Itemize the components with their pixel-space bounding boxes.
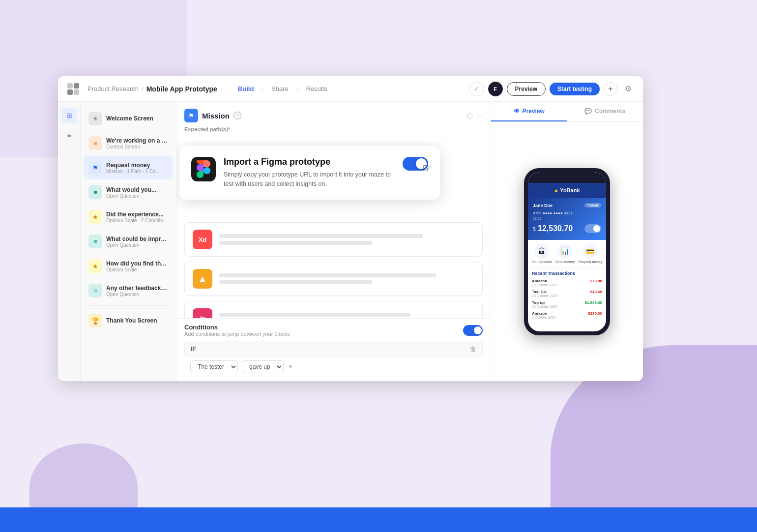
- step-request-icon: ⚑: [88, 161, 102, 175]
- txn-name: Amazon: [532, 279, 557, 283]
- step-working-text: We're working on a b... Context Screen: [106, 137, 168, 149]
- proto-card-xd[interactable]: Xd: [184, 222, 483, 257]
- step-what-icon: ≡: [88, 185, 102, 199]
- step-could-title: What could be impro...: [106, 236, 168, 242]
- bank-card-area: Jane Doe YoBank 8765 ●●●● ●●●● 4321 11/2…: [528, 198, 606, 240]
- step-welcome[interactable]: ☀ Welcome Screen: [84, 107, 173, 130]
- step-could-icon: ≡: [88, 235, 102, 248]
- step-how-did[interactable]: ★ How did you find the ... Opinion Scale: [84, 254, 173, 278]
- figma-icon-btn[interactable]: F: [488, 82, 503, 96]
- tester-select[interactable]: The tester: [190, 360, 238, 373]
- mission-area: ⚑ Mission ? ⬡ ··· Expected path(s)*: [176, 102, 491, 141]
- account-label: Your Account: [532, 260, 552, 264]
- cursor-icon: ☞: [422, 162, 432, 175]
- proto-line: [219, 273, 436, 277]
- invision2-icon: in: [193, 308, 212, 318]
- bank-card-number: 8765 ●●●● ●●●● 4321: [533, 211, 601, 215]
- txn-amount-positive: $1,999.00: [584, 300, 602, 305]
- step-how-icon: ★: [88, 259, 102, 273]
- breadcrumb: Product Research / Mobile App Prototype: [87, 85, 217, 93]
- bank-balance: $ 12,530.70: [533, 224, 573, 233]
- conditions-title-area: Conditions Add conditions to jump betwee…: [184, 324, 290, 337]
- phone-notch: [555, 175, 580, 180]
- step-request[interactable]: ⚑ Request money Mission · 1 Path · 1 Co.…: [84, 156, 173, 179]
- step-did-text: Did the experience... Opinion Scale · 2 …: [106, 211, 168, 223]
- step-thank-you[interactable]: 🏆 Thank You Screen: [84, 309, 173, 332]
- step-any-icon: ≡: [88, 284, 102, 297]
- gave-up-select[interactable]: gave up: [242, 360, 284, 373]
- step-welcome-icon: ☀: [88, 112, 102, 125]
- figma-modal-title: Import a Figma prototype: [224, 157, 395, 167]
- mission-share-icon[interactable]: ⬡: [467, 112, 473, 119]
- conditions-header: Conditions Add conditions to jump betwee…: [184, 324, 483, 337]
- phone-screen: ● YoBank Jane Doe YoBank 8765 ●●●● ●●●● …: [528, 172, 606, 331]
- txn-amount: $235.00: [588, 311, 602, 316]
- nav-build[interactable]: Build: [233, 83, 259, 94]
- figma-logo-box: [191, 157, 216, 181]
- mission-help-icon[interactable]: ?: [233, 112, 241, 119]
- step-what-subtitle: Open Question: [106, 193, 168, 199]
- proto-cards-area: Xd ▲: [184, 222, 483, 318]
- conditions-toggle[interactable]: [463, 325, 483, 336]
- step-working[interactable]: ≡ We're working on a b... Context Screen: [84, 131, 173, 155]
- step-welcome-title: Welcome Screen: [106, 115, 168, 122]
- main-panel: ⚑ Mission ? ⬡ ··· Expected path(s)*: [176, 102, 491, 381]
- nav-share[interactable]: Share: [266, 83, 293, 94]
- phone-area: ● YoBank Jane Doe YoBank 8765 ●●●● ●●●● …: [491, 122, 643, 381]
- trash-icon[interactable]: 🗑: [469, 345, 476, 353]
- step-could-subtitle: Open Question: [106, 242, 168, 248]
- bank-action-send[interactable]: 📊 Send money: [555, 244, 575, 264]
- txn-date: 3 October 2020: [532, 316, 555, 319]
- check-icon-btn[interactable]: ✓: [469, 82, 484, 96]
- step-did-icon: ★: [88, 210, 102, 224]
- step-could-text: What could be impro... Open Question: [106, 236, 168, 248]
- start-testing-button[interactable]: Start testing: [550, 83, 600, 95]
- condition-if-block: IF 🗑: [184, 341, 483, 357]
- settings-button[interactable]: ⚙: [621, 82, 635, 96]
- tab-preview[interactable]: 👁 Preview: [491, 102, 567, 121]
- svg-rect-3: [74, 89, 79, 95]
- expected-paths-label: Expected path(s)*: [184, 126, 483, 132]
- send-label: Send money: [555, 260, 575, 264]
- preview-button[interactable]: Preview: [507, 82, 546, 96]
- mission-title: Mission: [202, 112, 230, 120]
- steps-panel: ☀ Welcome Screen ≡ We're working on a b.…: [81, 102, 176, 381]
- step-what-title: What would you...: [106, 186, 168, 193]
- bank-actions: 🏛 Your Account 📊 Send money 💳 Request mo…: [528, 240, 606, 268]
- bank-action-account[interactable]: 🏛 Your Account: [532, 244, 552, 264]
- proto-invision2-lines: [219, 313, 474, 318]
- nav-results[interactable]: Results: [301, 83, 332, 94]
- txn-name: Amazon: [532, 311, 555, 316]
- sidebar-icon-other[interactable]: ≡: [61, 127, 77, 143]
- conditions-area: Conditions Add conditions to jump betwee…: [176, 318, 491, 381]
- request-label: Request money: [578, 260, 602, 264]
- mission-more-icon[interactable]: ···: [477, 112, 483, 119]
- bank-card-name-row: Jane Doe YoBank: [533, 203, 601, 208]
- proto-card-invision2[interactable]: in: [184, 301, 483, 318]
- proto-line: [219, 234, 423, 238]
- step-any-other[interactable]: ≡ Any other feedback y... Open Question: [84, 279, 173, 302]
- proto-xd-lines: [219, 234, 474, 245]
- step-working-icon: ≡: [88, 136, 102, 150]
- invision-icon: ▲: [193, 269, 212, 289]
- bank-card-holder: Jane Doe: [533, 203, 553, 208]
- chevron-down-icon[interactable]: ▼: [288, 363, 293, 370]
- step-what-could[interactable]: ≡ What could be impro... Open Question: [84, 230, 173, 253]
- txn-taxi: Taxi Co. 13 October 2020 $13.60: [532, 290, 602, 297]
- tab-comments[interactable]: 💬 Comments: [567, 102, 643, 121]
- step-did-experience[interactable]: ★ Did the experience... Opinion Scale · …: [84, 205, 173, 229]
- step-how-title: How did you find the ...: [106, 260, 168, 267]
- step-any-title: Any other feedback y...: [106, 285, 168, 292]
- top-nav: Build › Share › Results: [233, 83, 332, 94]
- sidebar-icon-grid[interactable]: ⊞: [61, 108, 77, 123]
- step-welcome-text: Welcome Screen: [106, 115, 168, 122]
- add-button[interactable]: +: [604, 82, 617, 96]
- bank-logo-icon: ●: [554, 187, 558, 194]
- bank-visibility-toggle[interactable]: [584, 224, 601, 233]
- proto-card-invision[interactable]: ▲: [184, 262, 483, 296]
- logo-icon[interactable]: [66, 82, 81, 96]
- step-what-would[interactable]: ≡ What would you... Open Question: [84, 180, 173, 204]
- bank-action-request[interactable]: 💳 Request money: [578, 244, 602, 264]
- step-did-title: Did the experience...: [106, 211, 168, 218]
- bank-toggle-knob: [593, 225, 600, 232]
